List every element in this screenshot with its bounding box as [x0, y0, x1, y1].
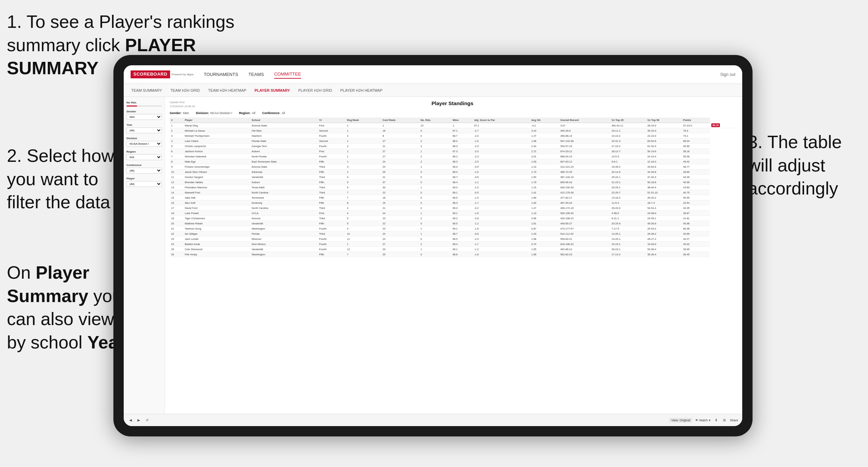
toolbar-back[interactable]: ◀ — [128, 418, 133, 423]
table-cell: Third — [318, 185, 346, 190]
col-points: Points — [682, 118, 710, 123]
sub-nav-player-h2h-heatmap[interactable]: PLAYER H2H HEATMAP — [340, 88, 383, 92]
table-cell: -2.5 — [473, 144, 530, 149]
table-cell: 43.49 — [682, 175, 710, 180]
table-cell: 0 — [419, 175, 451, 180]
table-cell: 51-51-10 — [646, 190, 682, 195]
player-select[interactable]: (All) — [126, 181, 162, 187]
table-cell: 429-198-22 — [559, 216, 610, 221]
toolbar-grid[interactable]: ⊞ — [722, 418, 727, 423]
table-cell: 10-15-1 — [610, 242, 646, 247]
table-cell: 473-177-57 — [559, 226, 610, 231]
table-cell: 674-33-12 — [559, 149, 610, 154]
nav-tournaments[interactable]: TOURNAMENTS — [204, 70, 238, 78]
table-cell: Fifth — [318, 159, 346, 164]
toolbar-view[interactable]: View: Original — [669, 418, 692, 423]
table-cell: 2 — [419, 154, 451, 159]
table-cell: -2.3 — [473, 154, 530, 159]
table-cell: 448-85-27 — [559, 221, 610, 226]
table-cell: Auburn — [250, 149, 318, 154]
table-cell: First — [318, 149, 346, 154]
sign-out-link[interactable]: Sign out — [720, 72, 735, 77]
nav-committee[interactable]: COMMITTEE — [274, 70, 301, 79]
table-cell: 1.66 — [530, 195, 559, 200]
table-cell: 68.4 — [451, 169, 473, 175]
table-cell: Third — [318, 216, 346, 221]
sub-nav-team-h2h-grid[interactable]: TEAM H2H GRID — [170, 88, 201, 92]
table-cell: 452-86-12 — [559, 247, 610, 252]
table-cell: 25-43-2 — [646, 226, 682, 231]
step2-text: 2. Select how you want to filter the dat… — [7, 146, 114, 212]
no-rds-slider[interactable] — [126, 105, 162, 107]
toolbar-share[interactable]: Share — [730, 419, 738, 422]
sub-nav-player-h2h-grid[interactable]: PLAYER H2H GRID — [298, 88, 333, 92]
table-cell: 3 — [170, 133, 183, 138]
sub-nav-team-h2h-heatmap[interactable]: TEAM H2H HEATMAP — [208, 88, 247, 92]
table-row: 20Matthew RiedelVanderbiltFifth922069.5-… — [170, 221, 737, 226]
region-select[interactable]: N/A — [126, 154, 162, 160]
table-cell: 0 — [419, 195, 451, 200]
table-cell: 20 — [170, 221, 183, 226]
toolbar-download[interactable]: ⬇ — [713, 418, 719, 423]
table-cell: Fourth — [318, 144, 346, 149]
table-cell: Fifth — [318, 221, 346, 226]
col-avg-sg: Avg SG — [530, 118, 559, 123]
table-cell: 41.81 — [682, 216, 710, 221]
sidebar-year: Year (All) — [126, 123, 162, 133]
table-cell: 25 — [170, 247, 183, 252]
sub-nav-player-summary[interactable]: PLAYER SUMMARY — [254, 88, 291, 92]
table-cell: 0 — [419, 252, 451, 257]
table-cell: 4 — [170, 138, 183, 144]
table-cell: 22 — [381, 190, 419, 195]
table-cell: 69.1 — [451, 226, 473, 231]
tablet-device: SCOREBOARD Powered by dippa TOURNAMENTS … — [113, 55, 753, 436]
toolbar-watch[interactable]: 👁 Watch ▾ — [695, 419, 711, 422]
table-cell: 50-18-6 — [646, 180, 682, 185]
table-cell: 0 — [419, 180, 451, 185]
table-cell: 514-111-52 — [559, 231, 610, 236]
table-cell: 19 — [381, 200, 419, 205]
table-cell: -0.2 — [473, 205, 530, 211]
table-cell: 0 — [419, 221, 451, 226]
toolbar-forward[interactable]: ▶ — [136, 418, 142, 423]
table-cell: 36.87 — [682, 211, 710, 216]
sidebar-division: Division NCAA Division I — [126, 137, 162, 147]
app-header: SCOREBOARD Powered by dippa TOURNAMENTS … — [124, 65, 742, 84]
table-cell: 25 — [381, 169, 419, 175]
table-cell: 0 — [419, 205, 451, 211]
table-cell: 69.1 — [451, 211, 473, 216]
nav-teams[interactable]: TEAMS — [248, 70, 264, 78]
conference-select[interactable]: (All) — [126, 168, 162, 174]
table-cell: 8-21-1 — [610, 216, 646, 221]
table-cell: -1.7 — [473, 200, 530, 205]
table-cell: Second — [318, 128, 346, 133]
table-cell: 24 — [381, 164, 419, 169]
table-cell: 40.69 — [682, 231, 710, 236]
table-cell: 2 — [419, 138, 451, 144]
table-cell: 68.7 — [451, 133, 473, 138]
table-cell: 1 — [170, 123, 183, 128]
table-cell: 46.80 — [682, 169, 710, 175]
sub-nav-team-summary[interactable]: TEAM SUMMARY — [131, 88, 163, 92]
table-cell: 1 — [346, 128, 381, 133]
table-cell: 66.04 — [682, 138, 710, 144]
table-cell: 49-35-9 — [646, 221, 682, 226]
year-select[interactable]: (All) — [126, 127, 162, 133]
table-cell: 0 — [419, 200, 451, 205]
main-nav: TOURNAMENTS TEAMS COMMITTEE — [204, 70, 720, 79]
table-cell: 26-27-2 — [646, 236, 682, 242]
table-cell: 50-19-9 — [646, 149, 682, 154]
table-cell: Arkansas — [250, 169, 318, 175]
watch-chevron: ▾ — [709, 419, 711, 422]
table-cell: -1.2 — [473, 221, 530, 226]
table-cell: 53-38-4 — [646, 247, 682, 252]
toolbar-reload[interactable]: ↺ — [144, 418, 150, 423]
division-select[interactable]: NCAA Division I — [126, 141, 162, 147]
table-cell: 11 — [346, 236, 381, 242]
table-row: 15Jake HallTennesseeFifth718068.5-1.51.6… — [170, 195, 737, 200]
table-cell: 2 — [346, 169, 381, 175]
gender-select[interactable]: Men — [126, 114, 162, 120]
table-cell: Tiger Christensen — [183, 216, 251, 221]
table-cell: -1.8 — [473, 226, 530, 231]
table-cell: 1.47 — [530, 133, 559, 138]
